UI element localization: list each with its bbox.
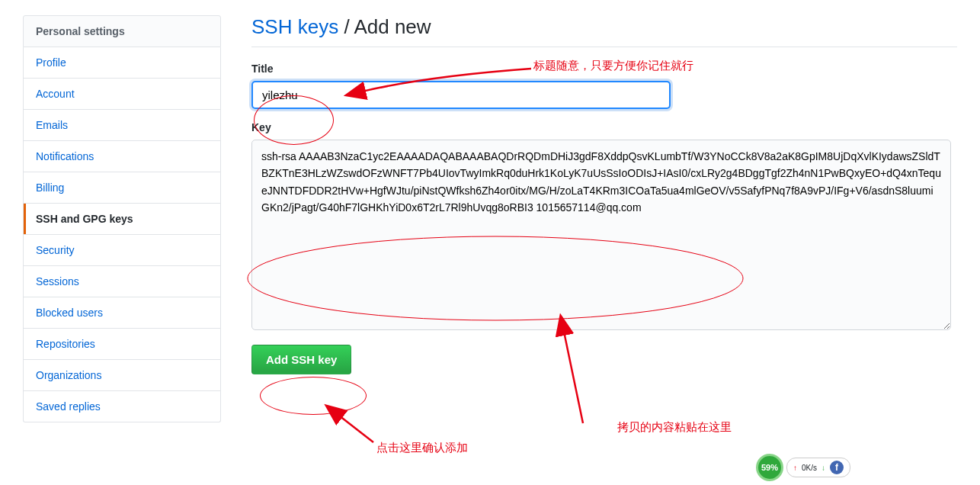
status-circle: 59% — [756, 454, 783, 481]
upload-icon: ↑ — [793, 464, 797, 472]
key-label: Key — [251, 121, 957, 133]
add-ssh-key-button[interactable]: Add SSH key — [251, 345, 351, 374]
sidebar-item-account[interactable]: Account — [24, 79, 220, 110]
key-textarea[interactable] — [251, 140, 951, 330]
sidebar-item-organizations[interactable]: Organizations — [24, 360, 220, 391]
sidebar-item-blocked-users[interactable]: Blocked users — [24, 297, 220, 329]
status-pill: ↑ 0K/s ↓ f — [786, 458, 850, 477]
sidebar-nav: ProfileAccountEmailsNotificationsBilling… — [23, 47, 221, 422]
upload-speed: 0K/s — [802, 464, 817, 472]
sidebar: Personal settings ProfileAccountEmailsNo… — [23, 15, 221, 422]
sidebar-item-repositories[interactable]: Repositories — [24, 329, 220, 360]
sidebar-item-saved-replies[interactable]: Saved replies — [24, 391, 220, 422]
breadcrumb-add-new: Add new — [354, 15, 431, 38]
sidebar-header: Personal settings — [23, 15, 221, 47]
sidebar-item-ssh-gpg-keys[interactable]: SSH and GPG keys — [24, 204, 220, 235]
fb-icon: f — [830, 461, 844, 474]
sidebar-item-billing[interactable]: Billing — [24, 172, 220, 204]
key-form-group: Key — [251, 121, 957, 332]
annotation-button-hint: 点击这里确认添加 — [376, 441, 468, 455]
sidebar-item-security[interactable]: Security — [24, 235, 220, 266]
title-form-group: Title — [251, 63, 957, 109]
status-widget: 59% ↑ 0K/s ↓ f — [756, 454, 850, 481]
breadcrumb-separator: / — [338, 15, 354, 38]
title-label: Title — [251, 63, 957, 75]
main-content: SSH keys / Add new Title Key Add SSH key — [221, 15, 957, 422]
title-input[interactable] — [251, 81, 671, 109]
sidebar-item-emails[interactable]: Emails — [24, 110, 220, 141]
breadcrumb-ssh-keys[interactable]: SSH keys — [251, 15, 338, 38]
sidebar-item-notifications[interactable]: Notifications — [24, 141, 220, 172]
sidebar-item-sessions[interactable]: Sessions — [24, 266, 220, 297]
page-title: SSH keys / Add new — [251, 15, 957, 47]
download-icon: ↓ — [821, 464, 825, 472]
sidebar-item-profile[interactable]: Profile — [24, 47, 220, 79]
